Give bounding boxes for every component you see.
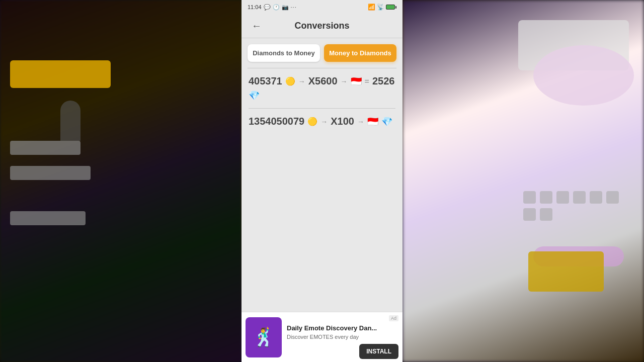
gray-rect2 — [10, 166, 91, 180]
arrow2-icon-2: → — [357, 118, 364, 126]
gray-rect1 — [10, 141, 80, 155]
diamond-icon-2: 💎 — [381, 116, 392, 127]
install-button[interactable]: INSTALL — [359, 344, 398, 359]
background-left-shapes — [0, 0, 242, 362]
flag-1: 🇮🇩 — [351, 76, 362, 87]
ad-title: Daily Emote Discovery Dan... — [287, 324, 398, 332]
multiplier-1: X5600 — [308, 75, 338, 87]
ad-image: 🕺 — [246, 317, 282, 357]
whatsapp-icon: 💬 — [264, 4, 271, 11]
multiplier-2: X100 — [331, 116, 354, 127]
ad-description: Discover EMOTES every day — [287, 334, 398, 340]
back-button[interactable]: ← — [248, 18, 266, 34]
yellow-rect — [10, 60, 111, 88]
coin-icon-2: 🟡 — [307, 117, 317, 126]
coin-icon-1: 🟡 — [285, 76, 295, 86]
battery-tip — [395, 6, 396, 9]
pink-blob — [533, 45, 634, 106]
header: ← Conversions — [242, 14, 403, 38]
gray-dots — [523, 191, 624, 221]
battery-icon — [386, 5, 396, 10]
wifi-icon: 📡 — [377, 4, 384, 11]
arrow-icon-1: → — [298, 77, 305, 85]
tab-money-to-diamonds[interactable]: Money to Diamonds — [324, 44, 396, 62]
arrow2-icon-1: → — [341, 77, 348, 85]
ad-label: Ad — [389, 315, 398, 321]
yellow-right — [528, 251, 604, 292]
result-number-1: 2526 — [372, 75, 395, 87]
conversion-row-1: 405371 🟡 → X5600 → 🇮🇩 = 2526 💎 — [242, 68, 403, 108]
flag-2: 🇮🇩 — [367, 116, 378, 127]
gray-rect3 — [10, 211, 86, 225]
diamond-icon-1: 💎 — [249, 90, 260, 101]
clock-icon: 🕐 — [273, 4, 280, 11]
background-right-shapes — [403, 0, 644, 362]
conversion-row-2: 1354050079 🟡 → X100 → 🇮🇩 💎 — [242, 109, 403, 134]
back-icon: ← — [252, 20, 262, 31]
arrow-icon-2: → — [320, 118, 328, 126]
time-display: 11:04 — [248, 4, 262, 10]
person-silhouette — [60, 101, 80, 141]
battery-body — [386, 5, 395, 10]
equals-1: = — [365, 77, 369, 86]
camera-icon: 📷 — [282, 4, 289, 11]
ad-figure-icon: 🕺 — [253, 327, 275, 348]
page-title: Conversions — [294, 21, 349, 31]
conversion-number-2: 1354050079 — [249, 116, 304, 127]
ad-banner: 🕺 Ad Daily Emote Discovery Dan... Discov… — [242, 312, 403, 362]
signal-icon: 📶 — [368, 4, 375, 11]
status-bar: 11:04 💬 🕐 📷 ··· 📶 📡 — [242, 0, 403, 14]
conversion-number-1: 405371 — [249, 75, 282, 87]
ad-content: Ad Daily Emote Discovery Dan... Discover… — [287, 315, 398, 359]
tab-diamonds-to-money[interactable]: Diamonds to Money — [248, 44, 320, 62]
dots-icon: ··· — [291, 4, 297, 10]
status-left: 11:04 💬 🕐 📷 ··· — [248, 4, 297, 11]
phone-panel: 11:04 💬 🕐 📷 ··· 📶 📡 ← Conversions Diamon… — [242, 0, 403, 362]
tab-container: Diamonds to Money Money to Diamonds — [242, 38, 403, 68]
status-right: 📶 📡 — [368, 4, 396, 11]
